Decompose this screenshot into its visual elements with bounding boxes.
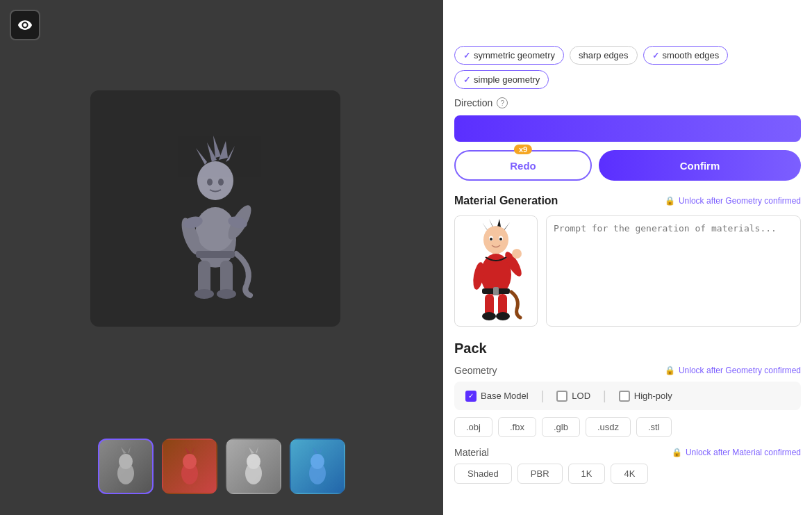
base-model-label: Base Model: [481, 391, 529, 401]
checkbox-box-lod[interactable]: [556, 391, 567, 402]
svg-marker-21: [121, 447, 126, 454]
svg-marker-30: [256, 446, 258, 453]
lock-icon-geometry: 🔒: [665, 366, 675, 375]
geometry-row: Geometry 🔒 Unlock after Geometry confirm…: [454, 365, 801, 376]
format-glb[interactable]: .glb: [542, 417, 580, 437]
tag-label-3: smooth edges: [663, 50, 720, 60]
left-panel: [0, 0, 443, 515]
direction-label: Direction: [454, 97, 492, 108]
svg-point-24: [183, 454, 197, 469]
tag-simple-geometry[interactable]: ✓ simple geometry: [454, 70, 549, 89]
help-icon[interactable]: ?: [497, 97, 508, 108]
material-section-unlock-text: Unlock after Material confirmed: [686, 448, 801, 457]
tag-label-1: symmetric geometry: [474, 50, 555, 60]
checkbox-base-model[interactable]: Base Model: [465, 391, 529, 402]
geometry-unlock-label: 🔒 Unlock after Geometry confirmed: [665, 366, 801, 375]
check-icon-4: ✓: [463, 75, 470, 85]
geometry-label: Geometry: [454, 365, 497, 376]
svg-point-14: [207, 179, 213, 186]
eye-icon: [17, 17, 33, 33]
model-viewport[interactable]: [90, 90, 340, 327]
thumb-icon-2: [171, 444, 208, 489]
tag-sharp-edges[interactable]: sharp edges: [570, 46, 638, 65]
redo-button[interactable]: x9 Redo: [454, 150, 592, 181]
svg-point-43: [499, 238, 502, 240]
thumbnail-4[interactable]: [290, 439, 345, 494]
confirm-button[interactable]: Confirm: [599, 150, 801, 181]
svg-marker-26: [192, 446, 194, 453]
svg-point-28: [247, 454, 260, 469]
quality-shaded[interactable]: Shaded: [454, 464, 512, 484]
material-section-unlock-label: 🔒 Unlock after Material confirmed: [672, 448, 801, 457]
format-usdz[interactable]: .usdz: [586, 417, 631, 437]
redo-label: Redo: [510, 160, 536, 172]
divider-2: |: [603, 389, 606, 403]
svg-marker-29: [249, 447, 254, 454]
svg-point-4: [217, 289, 236, 299]
reference-image: [454, 215, 538, 327]
svg-point-50: [482, 312, 496, 320]
redo-badge: x9: [514, 145, 532, 154]
checkbox-box-high-poly[interactable]: [619, 391, 630, 402]
format-row: .obj .fbx .glb .usdz .stl: [454, 417, 801, 437]
quality-4k[interactable]: 4K: [611, 464, 648, 484]
pack-title: Pack: [454, 341, 801, 357]
svg-marker-22: [128, 446, 131, 453]
lock-icon-material: 🔒: [665, 196, 675, 206]
svg-point-3: [194, 289, 214, 299]
tag-label-4: simple geometry: [474, 74, 540, 85]
checkbox-box-base[interactable]: [465, 391, 477, 402]
check-icon-1: ✓: [463, 51, 470, 60]
svg-point-15: [218, 179, 224, 186]
svg-point-5: [196, 207, 235, 252]
svg-rect-16: [196, 251, 235, 258]
lock-icon-mat: 🔒: [672, 448, 682, 457]
svg-marker-11: [196, 148, 207, 165]
direction-bar[interactable]: [454, 115, 801, 142]
tag-symmetric-geometry[interactable]: ✓ symmetric geometry: [454, 46, 564, 65]
material-gen-title: Material Generation: [454, 195, 558, 207]
quality-pbr[interactable]: PBR: [517, 464, 563, 484]
svg-point-51: [496, 312, 510, 320]
svg-marker-34: [320, 446, 322, 453]
svg-point-54: [512, 249, 522, 259]
thumb-icon-3: [235, 444, 272, 489]
svg-marker-25: [185, 447, 190, 454]
material-section-row: Material 🔒 Unlock after Material confirm…: [454, 447, 801, 458]
svg-point-42: [490, 238, 492, 240]
material-unlock-text: Unlock after Geometry confirmed: [679, 196, 801, 206]
geometry-unlock-text: Unlock after Geometry confirmed: [679, 366, 801, 375]
thumbnail-2[interactable]: [162, 439, 217, 494]
format-stl[interactable]: .stl: [636, 417, 672, 437]
quality-row: Shaded PBR 1K 4K: [454, 464, 801, 484]
divider-1: |: [541, 389, 545, 403]
thumbnail-3[interactable]: [226, 439, 281, 494]
svg-point-32: [310, 454, 324, 469]
svg-point-8: [197, 161, 233, 200]
svg-point-20: [119, 454, 133, 469]
model-placeholder: [139, 111, 292, 306]
tag-smooth-edges[interactable]: ✓ smooth edges: [643, 46, 729, 65]
material-unlock-label: 🔒 Unlock after Geometry confirmed: [665, 196, 801, 206]
format-obj[interactable]: .obj: [454, 417, 492, 437]
thumbnail-1[interactable]: [98, 439, 154, 494]
checkbox-high-poly[interactable]: High-poly: [619, 391, 672, 402]
tags-row: ✓ symmetric geometry sharp edges ✓ smoot…: [454, 35, 801, 97]
direction-row: Direction ?: [454, 97, 801, 108]
tag-label-2: sharp edges: [579, 50, 629, 60]
thumb-icon-1: [107, 444, 144, 489]
svg-marker-10: [219, 141, 228, 160]
quality-1k[interactable]: 1K: [568, 464, 606, 484]
model-3d-view: [146, 115, 285, 302]
material-label: Material: [454, 447, 489, 458]
check-icon-3: ✓: [652, 51, 659, 60]
svg-marker-33: [313, 447, 318, 454]
checkbox-lod[interactable]: LOD: [556, 391, 590, 402]
goku-illustration: [461, 219, 531, 323]
thumb-icon-4: [299, 444, 336, 489]
right-panel: ✓ symmetric geometry sharp edges ✓ smoot…: [443, 0, 812, 515]
format-fbx[interactable]: .fbx: [498, 417, 536, 437]
eye-button[interactable]: [10, 10, 40, 40]
action-buttons: x9 Redo Confirm: [454, 150, 801, 181]
material-prompt-input[interactable]: [546, 215, 801, 327]
